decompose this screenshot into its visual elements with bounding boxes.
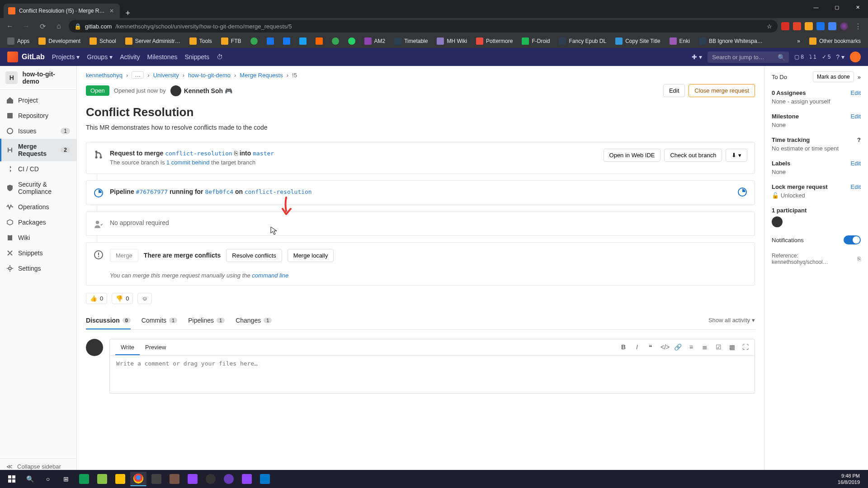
sidebar-item-repository[interactable]: Repository bbox=[0, 108, 76, 123]
project-header[interactable]: H how-to-git-demo bbox=[0, 66, 76, 90]
close-tab-icon[interactable]: ✕ bbox=[108, 7, 115, 14]
bookmark-item[interactable]: MH Wiki bbox=[433, 37, 471, 46]
sidebar-item-settings[interactable]: Settings bbox=[0, 261, 76, 276]
breadcrumb-item[interactable]: how-to-git-demo bbox=[188, 72, 231, 79]
thumbs-up-button[interactable]: 👍 0 bbox=[86, 293, 107, 304]
nav-activity[interactable]: Activity bbox=[120, 53, 140, 61]
thumbs-down-button[interactable]: 👎 0 bbox=[112, 293, 133, 304]
new-tab-button[interactable]: + bbox=[120, 9, 136, 18]
fullscreen-icon[interactable]: ⛶ bbox=[742, 343, 749, 351]
search-button[interactable]: 🔍 bbox=[22, 472, 38, 474]
breadcrumb-item[interactable]: Merge Requests bbox=[240, 72, 283, 79]
sidebar-item-packages[interactable]: Packages bbox=[0, 215, 76, 230]
taskbar-app[interactable] bbox=[239, 472, 255, 474]
mark-done-button[interactable]: Mark as done bbox=[813, 71, 854, 82]
tab-pipelines[interactable]: Pipelines1 bbox=[188, 311, 225, 329]
preview-tab[interactable]: Preview bbox=[140, 339, 171, 355]
tab-changes[interactable]: Changes1 bbox=[236, 311, 272, 329]
mrs-count[interactable]: ⤵1 bbox=[809, 54, 816, 60]
maximize-button[interactable]: ▢ bbox=[826, 0, 847, 14]
taskbar-app[interactable] bbox=[76, 472, 92, 474]
checkout-button[interactable]: Check out branch bbox=[664, 149, 722, 162]
commits-behind-link[interactable]: 1 commit behind bbox=[166, 159, 209, 166]
sidebar-item-snippets[interactable]: Snippets bbox=[0, 245, 76, 261]
commit-link[interactable]: 8efb0fc4 bbox=[205, 188, 233, 195]
bookmark-item[interactable]: Pottermore bbox=[472, 37, 516, 46]
merge-locally-button[interactable]: Merge locally bbox=[288, 249, 334, 262]
edit-milestone[interactable]: Edit bbox=[851, 113, 861, 120]
download-dropdown[interactable]: ⬇ ▾ bbox=[726, 149, 747, 162]
bookmark-item[interactable]: Timetable bbox=[391, 37, 431, 46]
taskbar-app[interactable] bbox=[203, 472, 219, 474]
resolve-conflicts-button[interactable]: Resolve conflicts bbox=[226, 249, 282, 262]
bookmark-item[interactable] bbox=[328, 37, 343, 46]
copy-reference-icon[interactable]: ⎘ bbox=[858, 256, 861, 262]
system-tray[interactable]: 9:48 PM 16/8/2019 bbox=[833, 473, 864, 474]
sidebar-item-cicd[interactable]: CI / CD bbox=[0, 161, 76, 177]
bookmark-item[interactable]: F-Droid bbox=[518, 37, 553, 46]
ol-icon[interactable]: ≣ bbox=[701, 343, 708, 351]
bookmark-item[interactable]: Development bbox=[35, 37, 84, 46]
sidebar-item-issues[interactable]: Issues1 bbox=[0, 123, 76, 139]
close-window-button[interactable]: ✕ bbox=[847, 0, 868, 14]
bookmark-item[interactable]: Fancy Epub DL bbox=[555, 37, 610, 46]
taskbar-app[interactable] bbox=[166, 472, 183, 474]
plus-dropdown[interactable]: ✚ ▾ bbox=[692, 53, 702, 61]
bookmark-item[interactable]: FTB bbox=[217, 37, 245, 46]
sidebar-item-merge-requests[interactable]: Merge Requests2 bbox=[0, 139, 76, 161]
taskbar-app[interactable] bbox=[184, 472, 201, 474]
participant-avatar[interactable] bbox=[772, 216, 783, 227]
bookmark-item[interactable]: Apps bbox=[4, 37, 33, 46]
extension-icon[interactable] bbox=[793, 22, 801, 30]
avatar-icon[interactable] bbox=[840, 22, 848, 30]
nav-groups[interactable]: Groups ▾ bbox=[87, 53, 113, 61]
taskbar-app[interactable] bbox=[112, 472, 128, 474]
bookmark-item[interactable] bbox=[344, 37, 359, 46]
help-icon[interactable]: ? ▾ bbox=[836, 53, 844, 61]
taskbar-app[interactable] bbox=[148, 472, 165, 474]
bookmark-item[interactable]: School bbox=[86, 37, 120, 46]
minimize-button[interactable]: — bbox=[806, 0, 826, 14]
help-icon[interactable]: ? bbox=[857, 136, 861, 143]
edit-lock[interactable]: Edit bbox=[851, 183, 861, 190]
bold-icon[interactable]: B bbox=[620, 343, 627, 351]
home-button[interactable]: ⌂ bbox=[52, 20, 65, 33]
back-button[interactable]: ← bbox=[4, 20, 16, 33]
extension-icon[interactable] bbox=[781, 22, 789, 30]
star-icon[interactable]: ☆ bbox=[767, 23, 772, 30]
command-line-link[interactable]: command line bbox=[252, 272, 288, 279]
task-icon[interactable]: ☑ bbox=[715, 343, 722, 351]
taskbar-app[interactable] bbox=[257, 472, 273, 474]
ul-icon[interactable]: ≡ bbox=[688, 343, 695, 351]
bookmark-item[interactable] bbox=[247, 37, 261, 46]
nav-stopwatch-icon[interactable]: ⏱ bbox=[217, 53, 223, 61]
collapse-right-icon[interactable]: » bbox=[858, 74, 861, 80]
issues-count[interactable]: ▢8 bbox=[794, 54, 804, 60]
edit-labels[interactable]: Edit bbox=[851, 160, 861, 167]
bookmark-item[interactable] bbox=[296, 37, 310, 46]
bookmark-item[interactable] bbox=[263, 37, 278, 46]
copy-icon[interactable]: ⎘ bbox=[234, 150, 238, 157]
taskview-button[interactable]: ⊞ bbox=[58, 472, 74, 474]
bookmark-item[interactable] bbox=[312, 37, 326, 46]
close-mr-button[interactable]: Close merge request bbox=[689, 84, 755, 97]
breadcrumb-item[interactable]: University bbox=[153, 72, 179, 79]
edit-button[interactable]: Edit bbox=[663, 84, 685, 97]
pipeline-link[interactable]: #76767977 bbox=[136, 188, 168, 195]
sidebar-item-operations[interactable]: Operations bbox=[0, 199, 76, 215]
nav-snippets[interactable]: Snippets bbox=[184, 53, 209, 61]
target-branch[interactable]: master bbox=[253, 150, 274, 157]
breadcrumb-item[interactable]: kennethsohyq bbox=[86, 72, 123, 79]
activity-filter[interactable]: Show all activity ▾ bbox=[708, 311, 755, 329]
browser-menu-icon[interactable]: ⋮ bbox=[852, 20, 864, 33]
other-bookmarks-button[interactable]: Other bookmarks bbox=[806, 37, 864, 46]
quote-icon[interactable]: ❝ bbox=[647, 343, 654, 351]
bookmark-item[interactable]: BB Ignore Whitespa… bbox=[695, 37, 766, 46]
breadcrumb-overflow[interactable]: … bbox=[132, 71, 144, 79]
url-field[interactable]: 🔒 gitlab.com/kennethsohyq/school/univers… bbox=[69, 20, 778, 33]
link-icon[interactable]: 🔗 bbox=[674, 343, 681, 351]
sidebar-item-security[interactable]: Security & Compliance bbox=[0, 177, 76, 199]
branch-link[interactable]: conflict-resolution bbox=[245, 188, 312, 195]
bookmark-item[interactable]: Copy Site Title bbox=[612, 37, 664, 46]
source-branch[interactable]: conflict-resolution bbox=[165, 150, 232, 157]
